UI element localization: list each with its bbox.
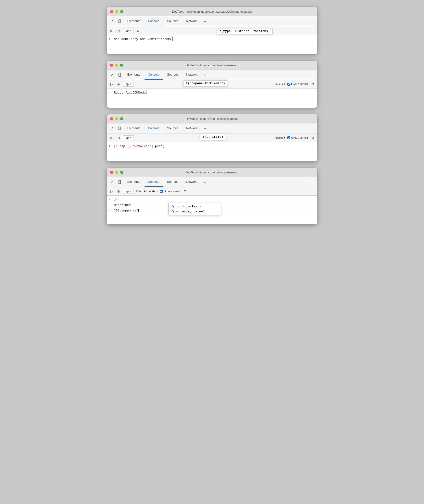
context-select-4[interactable]: top ▼: [123, 189, 134, 194]
block-icon-3[interactable]: ⊘: [116, 135, 122, 141]
gear-icon-1[interactable]: ⚙: [136, 28, 141, 33]
close-button-4[interactable]: [110, 171, 113, 174]
tab-network-3[interactable]: Network: [183, 123, 201, 133]
tab-menu-4[interactable]: ⋮: [309, 179, 315, 185]
tab-network-1[interactable]: Network: [183, 16, 201, 26]
gear-icon-4[interactable]: ⚙: [183, 189, 188, 194]
levels-btn-3[interactable]: levels ▼: [275, 136, 286, 140]
context-select-2[interactable]: top ▼: [123, 82, 134, 86]
tab-console-1[interactable]: Console: [144, 16, 163, 26]
prompt-4b: ←: [109, 203, 112, 207]
levels-label-3: levels: [275, 136, 283, 140]
filter-label-4: Filter: [136, 190, 143, 193]
close-button-2[interactable]: [110, 64, 113, 67]
context-select-1[interactable]: top ▼: [123, 28, 134, 33]
tab-console-2[interactable]: Console: [144, 70, 163, 80]
context-arrow-2: ▼: [130, 83, 132, 85]
code-2[interactable]: React.findDOMNode(: [114, 91, 148, 94]
tab-menu-2[interactable]: ⋮: [309, 72, 315, 78]
levels-label-4: All levels: [144, 190, 155, 193]
maximize-button-1[interactable]: [120, 10, 123, 13]
cursor-icon-2[interactable]: ↗: [109, 72, 115, 78]
prompt-4a: >: [109, 198, 112, 202]
play-icon-1[interactable]: ▷: [109, 28, 114, 33]
group-similar-label-4: Group similar: [164, 190, 181, 193]
window-controls-1: [110, 10, 123, 13]
play-icon-2[interactable]: ▷: [109, 81, 114, 87]
tab-menu-1[interactable]: ⋮: [309, 18, 315, 25]
tab-sources-2[interactable]: Sources: [164, 70, 182, 80]
tab-console-4[interactable]: Console: [144, 177, 163, 187]
tab-more-3[interactable]: »: [202, 126, 208, 131]
cursor-icon-3[interactable]: ↗: [109, 125, 115, 132]
tab-elements-1[interactable]: Elements: [124, 16, 143, 26]
title-bar-3: DevTools - todomvc.com/examples/react/: [107, 114, 317, 123]
maximize-button-4[interactable]: [120, 171, 123, 174]
play-icon-3[interactable]: ▷: [109, 135, 114, 141]
mobile-icon-3[interactable]: [116, 125, 123, 132]
code-1[interactable]: document.body.addEventListener(: [114, 37, 173, 41]
minimize-button-4[interactable]: [115, 171, 118, 174]
tab-elements-2[interactable]: Elements: [124, 70, 143, 80]
cursor-icon-1[interactable]: ↗: [109, 18, 115, 25]
group-similar-checkbox-4[interactable]: [160, 190, 163, 193]
group-similar-checkbox-3[interactable]: [287, 136, 290, 139]
play-icon-4[interactable]: ▷: [109, 189, 114, 194]
autocomplete-3: f(...items): [200, 134, 226, 140]
tab-sources-3[interactable]: Sources: [164, 123, 182, 133]
maximize-button-3[interactable]: [120, 117, 123, 120]
context-value-4: top: [125, 190, 129, 193]
code-4b[interactable]: undefined: [114, 203, 131, 207]
block-icon-4[interactable]: ⊘: [116, 189, 122, 194]
group-similar-3[interactable]: Group similar: [287, 136, 308, 140]
context-value-3: top: [125, 136, 129, 140]
autocomplete-1: f(type, listener, ?options): [217, 28, 273, 34]
tab-network-4[interactable]: Network: [183, 177, 201, 187]
window-controls-4: [110, 171, 123, 174]
tab-sources-4[interactable]: Sources: [164, 177, 182, 187]
levels-btn-2[interactable]: levels ▼: [275, 83, 286, 86]
levels-btn-4[interactable]: All levels ▼: [144, 190, 158, 193]
block-icon-2[interactable]: ⊘: [116, 81, 122, 87]
minimize-button-1[interactable]: [115, 10, 118, 13]
code-4c[interactable]: CSS.supports(: [114, 209, 139, 212]
cursor-icon-4[interactable]: ↗: [109, 179, 115, 185]
close-button-1[interactable]: [110, 10, 113, 13]
mobile-icon-1[interactable]: [116, 18, 123, 25]
context-arrow-1: ▼: [130, 29, 132, 32]
tab-console-3[interactable]: Console: [144, 123, 163, 133]
tab-sources-1[interactable]: Sources: [164, 16, 182, 26]
tab-more-2[interactable]: »: [202, 73, 208, 77]
toolbar-2: ▷ ⊘ top ▼ f(componentOrElement) levels ▼…: [107, 80, 317, 88]
window-controls-3: [110, 117, 123, 120]
window-title-4: DevTools - todomvc.com/examples/react/: [186, 171, 238, 174]
minimize-button-3[interactable]: [115, 117, 118, 120]
ac-prefix-3: f(: [203, 135, 206, 139]
ac-rest-3: ): [221, 135, 223, 139]
tab-bar-4: ↗ Elements Console Sources Network » ⋮: [107, 177, 317, 187]
console-content-4: f(conditionText) f(property, value) > //…: [107, 196, 317, 224]
group-similar-checkbox-2[interactable]: [287, 83, 290, 86]
close-button-3[interactable]: [110, 117, 113, 120]
minimize-button-2[interactable]: [115, 64, 118, 67]
code-3[interactable]: ['Help!', 'Revolver'].push(: [114, 144, 165, 148]
group-similar-4[interactable]: Group similar: [160, 190, 181, 193]
code-4a[interactable]: //: [114, 198, 118, 202]
console-line-4a: > //: [107, 197, 317, 202]
tab-menu-3[interactable]: ⋮: [309, 125, 315, 132]
gear-icon-2[interactable]: ⚙: [310, 82, 315, 87]
tab-more-4[interactable]: »: [202, 180, 208, 184]
tab-elements-4[interactable]: Elements: [124, 177, 143, 187]
mobile-icon-4[interactable]: [116, 179, 123, 185]
title-bar-4: DevTools - todomvc.com/examples/react/: [107, 168, 317, 177]
tab-more-1[interactable]: »: [202, 19, 208, 24]
group-similar-2[interactable]: Group similar: [287, 83, 308, 86]
console-line-1: > document.body.addEventListener(: [107, 36, 317, 42]
gear-icon-3[interactable]: ⚙: [310, 135, 315, 140]
mobile-icon-2[interactable]: [116, 72, 123, 78]
tab-network-2[interactable]: Network: [183, 70, 201, 80]
tab-elements-3[interactable]: Elements: [124, 123, 143, 133]
block-icon-1[interactable]: ⊘: [116, 28, 122, 33]
maximize-button-2[interactable]: [120, 64, 123, 67]
context-select-3[interactable]: top ▼: [123, 135, 134, 140]
